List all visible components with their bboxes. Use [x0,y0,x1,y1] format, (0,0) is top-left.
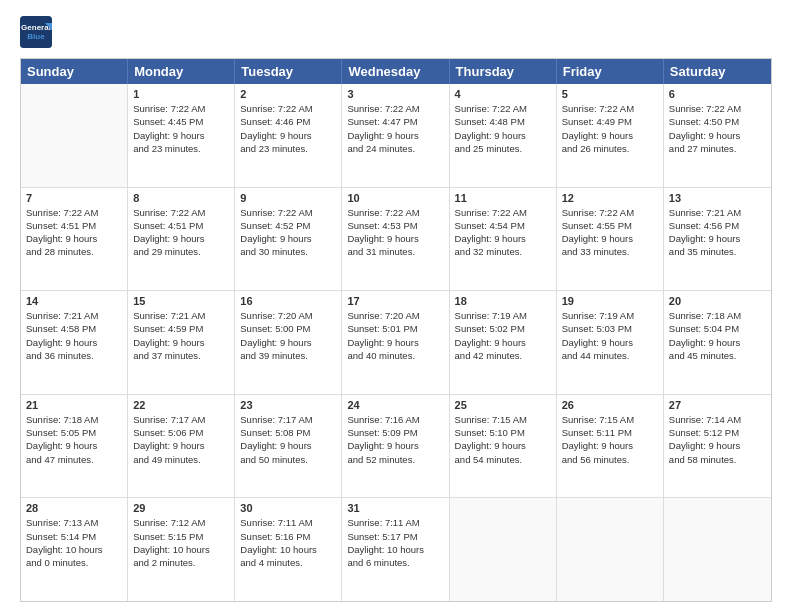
cell-line: and 6 minutes. [347,556,443,569]
day-number: 7 [26,192,122,204]
day-number: 28 [26,502,122,514]
cell-line: and 29 minutes. [133,245,229,258]
page: General Blue SundayMondayTuesdayWednesda… [0,0,792,612]
cell-line: and 44 minutes. [562,349,658,362]
cell-line: Sunset: 4:56 PM [669,219,766,232]
cell-line: Daylight: 10 hours [133,543,229,556]
cell-line: Daylight: 9 hours [133,232,229,245]
day-number: 23 [240,399,336,411]
day-number: 9 [240,192,336,204]
cell-line: Daylight: 9 hours [240,232,336,245]
cell-line: Daylight: 9 hours [455,129,551,142]
cell-line: and 42 minutes. [455,349,551,362]
day-number: 30 [240,502,336,514]
cell-line: Sunset: 5:06 PM [133,426,229,439]
cell-line: and 45 minutes. [669,349,766,362]
cell-line: Daylight: 9 hours [347,336,443,349]
cell-line: Sunrise: 7:15 AM [455,413,551,426]
cal-cell [450,498,557,601]
day-number: 8 [133,192,229,204]
cal-cell: 2Sunrise: 7:22 AMSunset: 4:46 PMDaylight… [235,84,342,187]
cell-line: Daylight: 9 hours [347,129,443,142]
logo: General Blue [20,16,52,48]
cell-line: Sunset: 4:50 PM [669,115,766,128]
cell-line: Daylight: 9 hours [455,232,551,245]
cell-line: Sunrise: 7:17 AM [240,413,336,426]
cell-line: Sunrise: 7:22 AM [562,206,658,219]
cal-cell: 27Sunrise: 7:14 AMSunset: 5:12 PMDayligh… [664,395,771,498]
day-number: 29 [133,502,229,514]
cell-line: Sunrise: 7:22 AM [455,102,551,115]
cal-cell: 26Sunrise: 7:15 AMSunset: 5:11 PMDayligh… [557,395,664,498]
cell-line: Sunrise: 7:19 AM [562,309,658,322]
cell-line: and 56 minutes. [562,453,658,466]
day-number: 19 [562,295,658,307]
cell-line: Sunrise: 7:12 AM [133,516,229,529]
cal-cell [557,498,664,601]
cal-cell [664,498,771,601]
cal-cell: 6Sunrise: 7:22 AMSunset: 4:50 PMDaylight… [664,84,771,187]
cal-cell: 24Sunrise: 7:16 AMSunset: 5:09 PMDayligh… [342,395,449,498]
cell-line: Sunrise: 7:22 AM [562,102,658,115]
cal-cell: 10Sunrise: 7:22 AMSunset: 4:53 PMDayligh… [342,188,449,291]
cal-cell: 19Sunrise: 7:19 AMSunset: 5:03 PMDayligh… [557,291,664,394]
day-number: 18 [455,295,551,307]
cell-line: Sunrise: 7:22 AM [133,102,229,115]
cell-line: and 33 minutes. [562,245,658,258]
header-day-wednesday: Wednesday [342,59,449,84]
cell-line: Daylight: 9 hours [455,336,551,349]
cell-line: Sunrise: 7:16 AM [347,413,443,426]
cell-line: Sunrise: 7:11 AM [240,516,336,529]
cal-cell: 28Sunrise: 7:13 AMSunset: 5:14 PMDayligh… [21,498,128,601]
cell-line: Daylight: 9 hours [562,129,658,142]
cell-line: Daylight: 9 hours [240,336,336,349]
day-number: 26 [562,399,658,411]
cal-cell: 18Sunrise: 7:19 AMSunset: 5:02 PMDayligh… [450,291,557,394]
cell-line: Daylight: 10 hours [347,543,443,556]
cal-cell: 31Sunrise: 7:11 AMSunset: 5:17 PMDayligh… [342,498,449,601]
cell-line: Sunset: 4:58 PM [26,322,122,335]
cal-cell: 21Sunrise: 7:18 AMSunset: 5:05 PMDayligh… [21,395,128,498]
cal-cell: 9Sunrise: 7:22 AMSunset: 4:52 PMDaylight… [235,188,342,291]
cell-line: Sunset: 5:14 PM [26,530,122,543]
cell-line: Sunset: 4:47 PM [347,115,443,128]
day-number: 27 [669,399,766,411]
cell-line: Sunset: 4:55 PM [562,219,658,232]
cell-line: Sunrise: 7:11 AM [347,516,443,529]
cell-line: Sunrise: 7:15 AM [562,413,658,426]
cell-line: Daylight: 9 hours [26,439,122,452]
cell-line: and 23 minutes. [240,142,336,155]
cell-line: and 37 minutes. [133,349,229,362]
cell-line: and 32 minutes. [455,245,551,258]
cell-line: Sunrise: 7:22 AM [26,206,122,219]
cell-line: Sunset: 4:52 PM [240,219,336,232]
week-3: 14Sunrise: 7:21 AMSunset: 4:58 PMDayligh… [21,291,771,395]
calendar-body: 1Sunrise: 7:22 AMSunset: 4:45 PMDaylight… [21,84,771,601]
cell-line: Sunrise: 7:22 AM [347,206,443,219]
cell-line: Daylight: 9 hours [562,439,658,452]
cell-line: and 27 minutes. [669,142,766,155]
header-day-saturday: Saturday [664,59,771,84]
day-number: 6 [669,88,766,100]
header-day-sunday: Sunday [21,59,128,84]
cell-line: Daylight: 9 hours [347,439,443,452]
day-number: 10 [347,192,443,204]
cell-line: Sunset: 5:10 PM [455,426,551,439]
cell-line: and 4 minutes. [240,556,336,569]
cell-line: Sunrise: 7:22 AM [133,206,229,219]
week-4: 21Sunrise: 7:18 AMSunset: 5:05 PMDayligh… [21,395,771,499]
day-number: 24 [347,399,443,411]
cell-line: Sunset: 5:00 PM [240,322,336,335]
cell-line: and 50 minutes. [240,453,336,466]
cal-cell: 13Sunrise: 7:21 AMSunset: 4:56 PMDayligh… [664,188,771,291]
day-number: 5 [562,88,658,100]
cal-cell: 15Sunrise: 7:21 AMSunset: 4:59 PMDayligh… [128,291,235,394]
cal-cell: 12Sunrise: 7:22 AMSunset: 4:55 PMDayligh… [557,188,664,291]
cell-line: Sunrise: 7:18 AM [669,309,766,322]
cell-line: Sunrise: 7:22 AM [455,206,551,219]
cell-line: Sunset: 4:53 PM [347,219,443,232]
cell-line: Daylight: 9 hours [240,129,336,142]
cell-line: Sunset: 5:12 PM [669,426,766,439]
day-number: 14 [26,295,122,307]
cell-line: Sunrise: 7:13 AM [26,516,122,529]
